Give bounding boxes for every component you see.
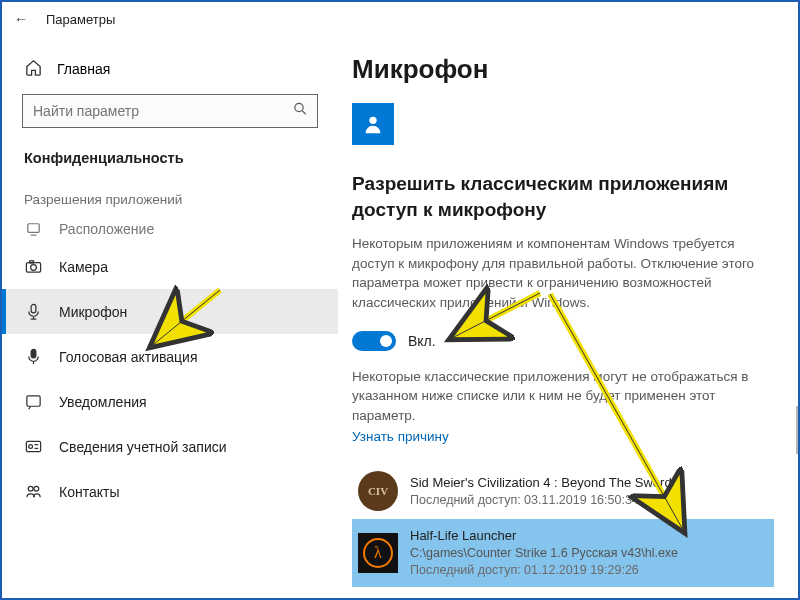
- app-last-access: Последний доступ: 01.12.2019 19:29:26: [410, 562, 678, 579]
- app-meta: Sid Meier's Civilization 4 : Beyond The …: [410, 474, 672, 508]
- sidebar-item-microphone[interactable]: Микрофон: [2, 289, 338, 334]
- nav-label: Камера: [59, 259, 108, 275]
- app-icon-civ4: CIV: [358, 471, 398, 511]
- settings-window: ← Параметры Главная Конфиденциальность: [0, 0, 800, 600]
- microphone-icon: [24, 302, 43, 321]
- nav-list: Расположение Камера Микрофон: [2, 213, 338, 514]
- sidebar-item-notifications[interactable]: Уведомления: [2, 379, 338, 424]
- search-icon: [293, 102, 308, 121]
- allow-desktop-apps-toggle[interactable]: [352, 331, 396, 351]
- sidebar-home-label: Главная: [57, 61, 110, 77]
- app-meta: Half-Life Launcher C:\games\Counter Stri…: [410, 527, 678, 578]
- nav-label: Расположение: [59, 221, 154, 237]
- sidebar: Главная Конфиденциальность Разрешения пр…: [2, 36, 338, 598]
- search-wrap: [2, 94, 338, 146]
- notifications-icon: [24, 392, 43, 411]
- app-row-halflife[interactable]: λ Half-Life Launcher C:\games\Counter St…: [352, 519, 774, 586]
- sidebar-item-camera[interactable]: Камера: [2, 244, 338, 289]
- svg-point-0: [295, 103, 303, 111]
- nav-label: Контакты: [59, 484, 119, 500]
- note-text: Некоторые классические приложения могут …: [352, 367, 774, 426]
- app-icon-halflife: λ: [358, 533, 398, 573]
- svg-point-17: [28, 486, 33, 491]
- nav-label: Голосовая активация: [59, 349, 198, 365]
- svg-rect-7: [31, 304, 36, 313]
- account-info-icon: [24, 437, 43, 456]
- sidebar-item-location[interactable]: Расположение: [2, 213, 338, 244]
- sidebar-home[interactable]: Главная: [2, 50, 338, 94]
- sidebar-subhead: Разрешения приложений: [2, 184, 338, 213]
- svg-point-19: [369, 117, 376, 124]
- titlebar: ← Параметры: [2, 2, 798, 36]
- location-icon: [24, 219, 43, 238]
- sidebar-item-contacts[interactable]: Контакты: [2, 469, 338, 514]
- toggle-row: Вкл.: [352, 331, 774, 351]
- camera-icon: [24, 257, 43, 276]
- section-heading: Разрешить классическим приложениям досту…: [352, 171, 774, 222]
- svg-point-5: [31, 265, 37, 271]
- svg-rect-2: [28, 224, 39, 233]
- svg-rect-6: [30, 261, 34, 263]
- svg-rect-12: [27, 396, 40, 406]
- svg-rect-10: [31, 349, 36, 358]
- body: Главная Конфиденциальность Разрешения пр…: [2, 36, 798, 598]
- app-last-access: Последний доступ: 03.11.2019 16:50:34: [410, 492, 672, 509]
- page-title: Микрофон: [352, 54, 774, 85]
- contacts-icon: [24, 482, 43, 501]
- learn-more-link[interactable]: Узнать причину: [352, 429, 449, 444]
- home-icon: [24, 58, 43, 80]
- app-name: Half-Life Launcher: [410, 527, 678, 545]
- voice-activation-icon: [24, 347, 43, 366]
- back-button[interactable]: ←: [14, 11, 28, 27]
- sidebar-item-account[interactable]: Сведения учетной записи: [2, 424, 338, 469]
- nav-label: Микрофон: [59, 304, 127, 320]
- svg-point-18: [34, 486, 39, 491]
- toggle-label: Вкл.: [408, 333, 436, 349]
- nav-label: Уведомления: [59, 394, 147, 410]
- app-row-civ4[interactable]: CIV Sid Meier's Civilization 4 : Beyond …: [352, 463, 774, 519]
- svg-point-14: [29, 445, 33, 449]
- window-title: Параметры: [46, 12, 115, 27]
- sidebar-item-voice[interactable]: Голосовая активация: [2, 334, 338, 379]
- app-list: CIV Sid Meier's Civilization 4 : Beyond …: [352, 463, 774, 586]
- app-path: C:\games\Counter Strike 1.6 Русская v43\…: [410, 545, 678, 562]
- content: Микрофон Разрешить классическим приложен…: [338, 36, 798, 598]
- sidebar-section-title: Конфиденциальность: [2, 146, 338, 184]
- nav-label: Сведения учетной записи: [59, 439, 227, 455]
- svg-line-1: [302, 111, 306, 115]
- section-description: Некоторым приложениям и компонентам Wind…: [352, 234, 774, 312]
- search-input[interactable]: [22, 94, 318, 128]
- user-avatar: [352, 103, 394, 145]
- scrollbar[interactable]: [796, 406, 798, 454]
- app-name: Sid Meier's Civilization 4 : Beyond The …: [410, 474, 672, 492]
